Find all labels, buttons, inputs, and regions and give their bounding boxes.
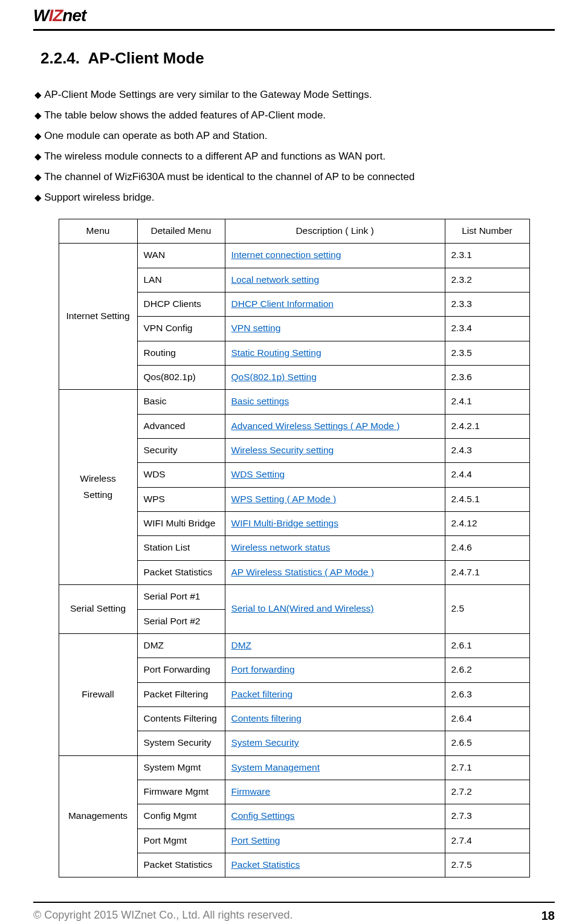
list-cell: 2.4.12 bbox=[445, 512, 529, 536]
desc-link[interactable]: AP Wireless Statistics ( AP Mode ) bbox=[231, 567, 374, 577]
section-title: 2.2.4. AP-Client Mode bbox=[40, 49, 555, 68]
desc-link[interactable]: Advanced Wireless Settings ( AP Mode ) bbox=[231, 421, 400, 431]
list-cell: 2.4.1 bbox=[445, 390, 529, 414]
section-name: AP-Client Mode bbox=[88, 49, 204, 67]
desc-link[interactable]: Firmware bbox=[231, 786, 271, 797]
list-cell: 2.6.3 bbox=[445, 682, 529, 706]
detail-cell: Contents Filtering bbox=[137, 706, 225, 731]
detail-cell: Config Mgmt bbox=[137, 804, 225, 829]
list-cell: 2.7.5 bbox=[445, 853, 529, 877]
desc-cell: System Management bbox=[225, 755, 445, 780]
desc-cell: Basic settings bbox=[225, 390, 445, 414]
desc-cell: Config Settings bbox=[225, 804, 445, 829]
copyright-text: © Copyright 2015 WIZnet Co., Ltd. All ri… bbox=[33, 909, 292, 921]
detail-cell: Basic bbox=[137, 390, 225, 414]
desc-cell: AP Wireless Statistics ( AP Mode ) bbox=[225, 560, 445, 584]
menu-cell: Firewall bbox=[59, 633, 137, 755]
logo-part-iz: IZ bbox=[48, 6, 62, 25]
table-row: Wireless Setting Basic Basic settings 2.… bbox=[59, 390, 529, 414]
desc-cell: Firmware bbox=[225, 780, 445, 804]
desc-cell: VPN setting bbox=[225, 317, 445, 341]
detail-cell: WIFI Multi Bridge bbox=[137, 512, 225, 536]
desc-link[interactable]: DMZ bbox=[231, 640, 252, 650]
desc-cell: WIFI Multi-Bridge settings bbox=[225, 512, 445, 536]
desc-link[interactable]: Local network setting bbox=[231, 274, 320, 285]
list-cell: 2.4.3 bbox=[445, 439, 529, 463]
desc-link[interactable]: Wireless Security setting bbox=[231, 445, 334, 455]
table-row: Firewall DMZ DMZ 2.6.1 bbox=[59, 633, 529, 658]
detail-cell: Packet Statistics bbox=[137, 853, 225, 877]
table-row: Managements System Mgmt System Managemen… bbox=[59, 755, 529, 780]
desc-link[interactable]: Static Routing Setting bbox=[231, 347, 321, 358]
desc-link[interactable]: Internet connection setting bbox=[231, 250, 341, 260]
desc-link[interactable]: Wireless network status bbox=[231, 542, 331, 552]
desc-link[interactable]: Port forwarding bbox=[231, 664, 295, 674]
list-cell: 2.5 bbox=[445, 585, 529, 634]
menu-table: Menu Detailed Menu Description ( Link ) … bbox=[59, 219, 530, 877]
list-cell: 2.4.2.1 bbox=[445, 414, 529, 438]
detail-cell: DHCP Clients bbox=[137, 292, 225, 317]
bullet-item: AP-Client Mode Settings are very similar… bbox=[33, 85, 555, 105]
desc-link[interactable]: QoS(802.1p) Setting bbox=[231, 372, 317, 382]
menu-cell: Internet Setting bbox=[59, 244, 137, 390]
desc-cell: Local network setting bbox=[225, 268, 445, 292]
desc-link[interactable]: Basic settings bbox=[231, 396, 289, 406]
list-cell: 2.4.6 bbox=[445, 536, 529, 560]
desc-link[interactable]: Contents filtering bbox=[231, 713, 302, 723]
bullet-list: AP-Client Mode Settings are very similar… bbox=[33, 85, 555, 208]
detail-cell: Firmware Mgmt bbox=[137, 780, 225, 804]
detail-cell: Station List bbox=[137, 536, 225, 560]
desc-cell: Packet Statistics bbox=[225, 853, 445, 877]
menu-cell: Serial Setting bbox=[59, 585, 137, 634]
desc-link[interactable]: Packet filtering bbox=[231, 689, 293, 699]
list-cell: 2.7.3 bbox=[445, 804, 529, 829]
detail-cell: WDS bbox=[137, 463, 225, 487]
desc-cell: WPS Setting ( AP Mode ) bbox=[225, 487, 445, 511]
desc-cell: Wireless network status bbox=[225, 536, 445, 560]
detail-cell: Routing bbox=[137, 341, 225, 365]
desc-cell: Serial to LAN(Wired and Wireless) bbox=[225, 585, 445, 634]
detail-cell: Packet Filtering bbox=[137, 682, 225, 706]
list-cell: 2.7.1 bbox=[445, 755, 529, 780]
table-row: Serial Setting Serial Port #1 Serial to … bbox=[59, 585, 529, 609]
desc-cell: Port Setting bbox=[225, 829, 445, 853]
detail-cell: System Security bbox=[137, 731, 225, 755]
desc-link[interactable]: VPN setting bbox=[231, 323, 281, 333]
list-cell: 2.6.1 bbox=[445, 633, 529, 658]
desc-link[interactable]: Config Settings bbox=[231, 810, 295, 821]
list-cell: 2.6.2 bbox=[445, 658, 529, 682]
bullet-item: The table below shows the added features… bbox=[33, 105, 555, 126]
detail-cell: WPS bbox=[137, 487, 225, 511]
detail-cell: DMZ bbox=[137, 633, 225, 658]
desc-cell: Contents filtering bbox=[225, 706, 445, 731]
th-menu: Menu bbox=[59, 219, 137, 244]
desc-cell: Internet connection setting bbox=[225, 244, 445, 268]
list-cell: 2.4.5.1 bbox=[445, 487, 529, 511]
desc-cell: QoS(802.1p) Setting bbox=[225, 366, 445, 390]
detail-cell: Advanced bbox=[137, 414, 225, 438]
th-desc: Description ( Link ) bbox=[225, 219, 445, 244]
list-cell: 2.6.5 bbox=[445, 731, 529, 755]
desc-link[interactable]: WDS Setting bbox=[231, 469, 285, 479]
desc-link[interactable]: WIFI Multi-Bridge settings bbox=[231, 518, 338, 528]
logo-part-net: net bbox=[62, 6, 86, 25]
list-cell: 2.3.3 bbox=[445, 292, 529, 317]
desc-link[interactable]: System Management bbox=[231, 762, 320, 772]
desc-link[interactable]: DHCP Client Information bbox=[231, 299, 334, 309]
th-list: List Number bbox=[445, 219, 529, 244]
desc-link[interactable]: Packet Statistics bbox=[231, 859, 300, 870]
table-row: Internet Setting WAN Internet connection… bbox=[59, 244, 529, 268]
desc-link[interactable]: Port Setting bbox=[231, 835, 280, 845]
list-cell: 2.3.2 bbox=[445, 268, 529, 292]
desc-cell: Wireless Security setting bbox=[225, 439, 445, 463]
desc-link[interactable]: Serial to LAN(Wired and Wireless) bbox=[231, 603, 374, 613]
desc-link[interactable]: System Security bbox=[231, 737, 299, 748]
detail-cell: Security bbox=[137, 439, 225, 463]
desc-link[interactable]: WPS Setting ( AP Mode ) bbox=[231, 494, 337, 504]
bullet-item: The wireless module connects to a differ… bbox=[33, 146, 555, 167]
detail-cell: Qos(802.1p) bbox=[137, 366, 225, 390]
detail-cell: WAN bbox=[137, 244, 225, 268]
desc-cell: Port forwarding bbox=[225, 658, 445, 682]
detail-cell: Packet Statistics bbox=[137, 560, 225, 584]
list-cell: 2.3.5 bbox=[445, 341, 529, 365]
